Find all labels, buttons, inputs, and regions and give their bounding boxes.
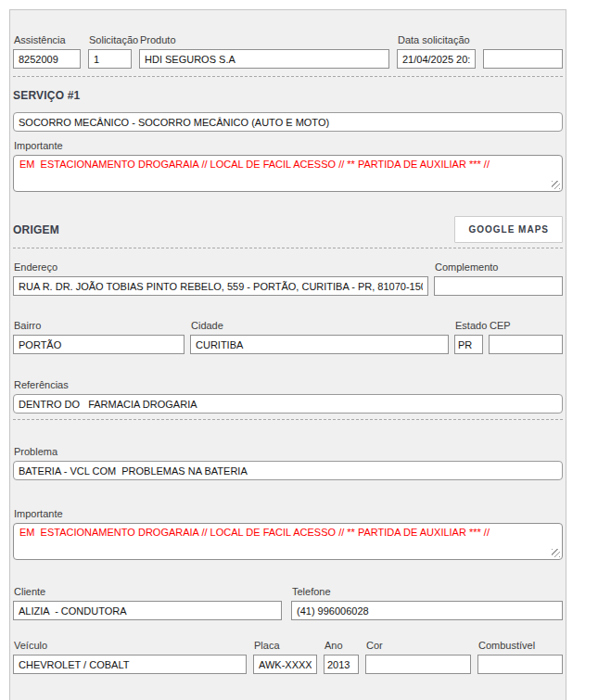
combustivel-field: Combustível: [477, 640, 563, 674]
veiculo-row: Veículo Placa Ano Cor Combustível: [13, 640, 563, 674]
dashed-divider: [13, 76, 563, 77]
dashed-divider: [13, 248, 563, 248]
assistencia-label: Assistência: [14, 34, 81, 46]
complemento-field: Complemento: [434, 261, 563, 296]
data-solicitacao-input[interactable]: [397, 49, 476, 69]
header-row: Assistência Solicitação Produto Data sol…: [13, 34, 563, 69]
cliente-row: Cliente Telefone: [13, 586, 563, 620]
telefone-input[interactable]: [291, 601, 563, 620]
problema-importante-field: Importante EM ESTACIONAMENTO DROGARAIA /…: [13, 508, 563, 560]
placa-input[interactable]: [253, 655, 317, 674]
combustivel-input[interactable]: [477, 655, 563, 674]
bairro-row: Bairro Cidade Estado CEP: [13, 320, 563, 354]
bairro-label: Bairro: [14, 320, 184, 332]
produto-label: Produto: [140, 34, 389, 46]
referencias-input[interactable]: [13, 394, 563, 414]
google-maps-button[interactable]: GOOGLE MAPS: [454, 216, 563, 243]
origem-header-row: ORIGEM GOOGLE MAPS: [13, 216, 563, 243]
cliente-label: Cliente: [14, 586, 282, 598]
ano-field: Ano: [324, 640, 359, 674]
endereco-input[interactable]: [13, 276, 428, 296]
servico-tipo-input[interactable]: [13, 112, 563, 132]
endereco-label: Endereço: [14, 261, 428, 274]
solicitacao-input[interactable]: [88, 49, 132, 69]
servico-importante-field: Importante EM ESTACIONAMENTO DROGARAIA /…: [13, 140, 563, 192]
telefone-field: Telefone: [291, 586, 563, 620]
placa-field: Placa: [253, 640, 317, 674]
cep-field: CEP: [489, 320, 563, 354]
endereco-field: Endereço: [13, 261, 428, 296]
complemento-label: Complemento: [435, 261, 563, 274]
data-solicitacao-label: Data solicitação: [398, 34, 476, 46]
referencias-field: Referências: [13, 379, 563, 414]
cep-label: CEP: [490, 320, 563, 332]
problema-importante-textarea[interactable]: EM ESTACIONAMENTO DROGARAIA // LOCAL DE …: [13, 523, 563, 560]
problema-importante-label: Importante: [14, 508, 563, 520]
telefone-label: Telefone: [292, 586, 563, 598]
servico-heading: SERVIÇO #1: [13, 89, 563, 102]
referencias-label: Referências: [14, 379, 563, 391]
estado-field: Estado: [454, 320, 483, 354]
problema-label: Problema: [14, 446, 563, 458]
origem-heading: ORIGEM: [13, 223, 59, 236]
bairro-input[interactable]: [13, 335, 184, 354]
produto-input[interactable]: [139, 49, 389, 69]
solicitacao-field: Solicitação: [88, 34, 132, 69]
estado-input[interactable]: [454, 335, 483, 354]
dashed-divider: [13, 419, 563, 420]
assistance-form-panel: Assistência Solicitação Produto Data sol…: [9, 9, 566, 700]
estado-label: Estado: [455, 320, 483, 332]
veiculo-input[interactable]: [13, 655, 247, 674]
solicitacao-label: Solicitação: [89, 34, 132, 46]
veiculo-field: Veículo: [13, 640, 247, 674]
complemento-input[interactable]: [434, 276, 563, 296]
ano-input[interactable]: [324, 655, 359, 674]
header-extra-label: [484, 34, 563, 46]
cliente-input[interactable]: [13, 601, 282, 620]
cliente-field: Cliente: [13, 586, 282, 620]
veiculo-label: Veículo: [14, 640, 247, 652]
cor-label: Cor: [366, 640, 471, 652]
servico-importante-label: Importante: [14, 140, 563, 152]
endereco-row: Endereço Complemento: [13, 261, 563, 296]
data-solicitacao-field: Data solicitação: [397, 34, 476, 69]
bairro-field: Bairro: [13, 320, 184, 354]
problema-input[interactable]: [13, 461, 563, 480]
cidade-input[interactable]: [190, 335, 449, 354]
cidade-field: Cidade: [190, 320, 449, 354]
combustivel-label: Combustível: [478, 640, 563, 652]
cor-field: Cor: [365, 640, 471, 674]
problema-field: Problema: [13, 446, 563, 480]
ano-label: Ano: [324, 640, 359, 652]
produto-field: Produto: [139, 34, 389, 69]
header-extra-input[interactable]: [483, 49, 563, 69]
cidade-label: Cidade: [191, 320, 449, 332]
header-extra-field: [483, 34, 563, 69]
placa-label: Placa: [254, 640, 317, 652]
assistencia-input[interactable]: [13, 49, 81, 69]
cor-input[interactable]: [365, 655, 471, 674]
cep-input[interactable]: [489, 335, 563, 354]
assistencia-field: Assistência: [13, 34, 81, 69]
servico-importante-textarea[interactable]: EM ESTACIONAMENTO DROGARAIA // LOCAL DE …: [13, 155, 563, 192]
